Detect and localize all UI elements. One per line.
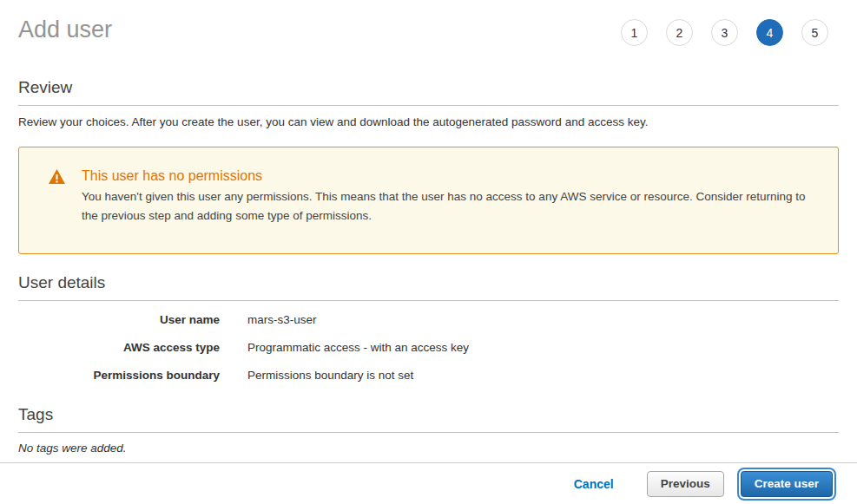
review-description: Review your choices. After you create th… bbox=[18, 115, 839, 130]
warning-content: This user has no permissions You haven't… bbox=[82, 167, 821, 226]
step-5[interactable]: 5 bbox=[801, 19, 828, 46]
step-2[interactable]: 2 bbox=[666, 19, 693, 46]
step-indicator: 1 2 3 4 5 bbox=[621, 19, 828, 46]
detail-label: AWS access type bbox=[18, 341, 220, 354]
detail-label: User name bbox=[18, 313, 220, 326]
wizard-header: Add user 1 2 3 4 5 bbox=[18, 0, 839, 46]
page-title: Add user bbox=[18, 16, 112, 43]
detail-row-access-type: AWS access type Programmatic access - wi… bbox=[18, 341, 839, 354]
detail-row-user-name: User name mars-s3-user bbox=[18, 313, 839, 326]
step-3[interactable]: 3 bbox=[711, 19, 738, 46]
cancel-link[interactable]: Cancel bbox=[574, 477, 614, 491]
review-section-heading: Review bbox=[18, 78, 839, 106]
detail-label: Permissions boundary bbox=[18, 369, 220, 382]
user-details-section-heading: User details bbox=[18, 273, 839, 301]
warning-triangle-icon bbox=[49, 169, 65, 187]
warning-title: This user has no permissions bbox=[82, 167, 821, 185]
detail-value: mars-s3-user bbox=[247, 313, 317, 326]
detail-row-permissions-boundary: Permissions boundary Permissions boundar… bbox=[18, 369, 839, 382]
step-4-active[interactable]: 4 bbox=[756, 19, 783, 46]
user-details-list: User name mars-s3-user AWS access type P… bbox=[18, 313, 839, 382]
no-permissions-warning-banner: This user has no permissions You haven't… bbox=[18, 147, 839, 254]
detail-value: Programmatic access - with an access key bbox=[247, 341, 469, 354]
detail-value: Permissions boundary is not set bbox=[247, 369, 413, 382]
create-user-button[interactable]: Create user bbox=[741, 471, 833, 497]
wizard-footer: Cancel Previous Create user bbox=[0, 462, 857, 504]
previous-button[interactable]: Previous bbox=[647, 471, 724, 497]
warning-body: You haven't given this user any permissi… bbox=[82, 187, 821, 226]
step-1[interactable]: 1 bbox=[621, 19, 648, 46]
tags-section-heading: Tags bbox=[18, 405, 839, 433]
tags-empty-message: No tags were added. bbox=[18, 442, 839, 455]
